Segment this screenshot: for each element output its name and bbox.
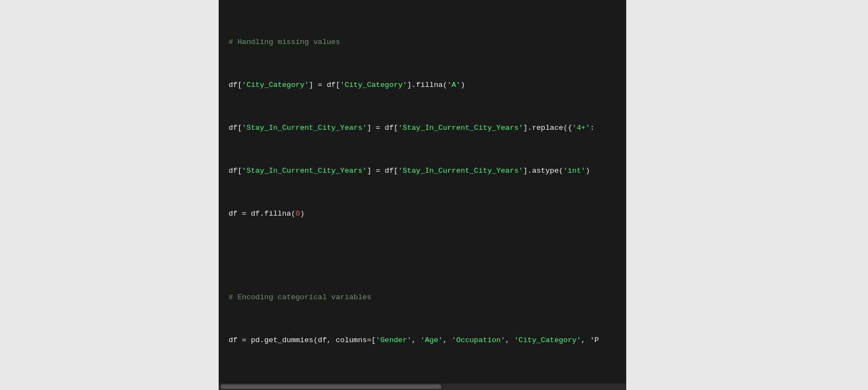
line-comment-1: # Handling missing values: [229, 35, 616, 50]
horizontal-scrollbar[interactable]: [219, 383, 626, 390]
line-4: df['Stay_In_Current_City_Years'] = df['S…: [229, 164, 616, 178]
line-3: df['Stay_In_Current_City_Years'] = df['S…: [229, 121, 616, 135]
line-2: df['City_Category'] = df['City_Category'…: [229, 78, 616, 92]
line-7: df = pd.get_dummies(df, columns=['Gender…: [229, 333, 616, 348]
blank-1: [229, 250, 616, 262]
code-content: # Handling missing values df['City_Categ…: [219, 4, 626, 390]
code-editor: # Handling missing values df['City_Categ…: [219, 0, 626, 390]
line-comment-2: # Encoding categorical variables: [229, 290, 616, 305]
line-5: df = df.fillna(0): [229, 207, 616, 221]
scrollbar-thumb[interactable]: [221, 384, 441, 389]
